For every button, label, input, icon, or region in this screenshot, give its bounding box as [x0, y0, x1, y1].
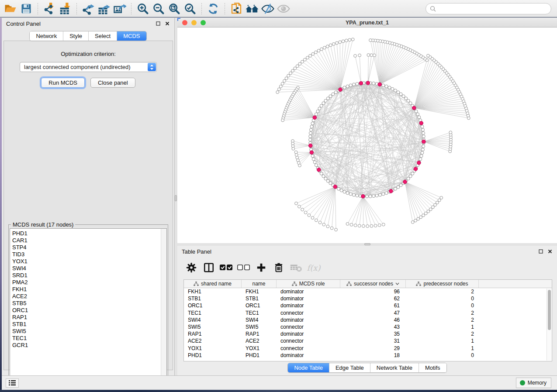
table-row-STB1[interactable]: STB1STB1dominator620	[184, 295, 552, 302]
import-table-icon[interactable]	[58, 1, 73, 16]
table-row-SWI4[interactable]: SWI4SWI4dominator462	[184, 316, 552, 323]
cell-name: ORC1	[242, 303, 277, 309]
tab-mcds[interactable]: MCDS	[117, 31, 146, 41]
table-row-ORC1[interactable]: ORC1ORC1dominator610	[184, 302, 552, 309]
minimize-window-icon[interactable]	[191, 20, 197, 25]
status-menu-button[interactable]	[6, 378, 19, 388]
mcds-result-item[interactable]: TID3	[12, 251, 166, 258]
column-header-predecessors[interactable]: predecessor nodes	[406, 280, 479, 288]
zoom-out-icon[interactable]	[151, 1, 166, 16]
mcds-result-item[interactable]: STB5	[12, 300, 166, 307]
table-tab-edge-table[interactable]: Edge Table	[329, 363, 370, 372]
mcds-result-item[interactable]: STP4	[12, 244, 166, 251]
delete-column-icon[interactable]	[271, 260, 287, 275]
split-view-icon[interactable]	[201, 260, 217, 275]
close-table-panel-icon[interactable]	[547, 249, 553, 254]
table-header-row: shared namenameMCDS rolesuccessor nodesp…	[184, 280, 552, 288]
column-header-shared_name[interactable]: shared name	[184, 280, 242, 288]
mcds-result-item[interactable]: SWI4	[12, 265, 166, 272]
cell-role: dominator	[277, 331, 340, 337]
zoom-in-icon[interactable]	[135, 1, 150, 16]
settings-gear-icon[interactable]	[183, 260, 199, 275]
mcds-result-item[interactable]: SWI5	[12, 328, 166, 335]
add-column-icon[interactable]	[253, 260, 269, 275]
table-tab-node-table[interactable]: Node Table	[288, 363, 329, 372]
table-scrollbar[interactable]	[547, 289, 551, 361]
memory-button[interactable]: Memory	[516, 378, 551, 388]
column-header-name[interactable]: name	[242, 280, 277, 288]
refresh-layout-icon[interactable]	[206, 1, 221, 16]
close-panel-button[interactable]: Close panel	[90, 78, 135, 88]
open-folder-icon[interactable]	[3, 1, 18, 16]
clear-selection-checkboxes-icon[interactable]	[236, 260, 252, 275]
table-row-RAP1[interactable]: RAP1RAP1dominator352	[184, 330, 552, 337]
eye-slash-icon[interactable]	[260, 1, 275, 16]
vertical-splitter-grip[interactable]	[175, 195, 177, 201]
network-document-icon[interactable]	[229, 1, 244, 16]
run-mcds-button[interactable]: Run MCDS	[41, 78, 85, 88]
cell-name: YOX1	[242, 345, 277, 351]
close-panel-icon[interactable]	[165, 21, 170, 26]
zoom-selected-icon[interactable]	[183, 1, 197, 16]
optimization-criterion-select[interactable]: largest connected component (undirected)	[20, 62, 157, 72]
mcds-result-item[interactable]: YOX1	[12, 258, 166, 265]
float-panel-icon[interactable]	[156, 21, 161, 26]
mcds-result-item[interactable]: PHD1	[12, 230, 166, 237]
table-tab-motifs[interactable]: Motifs	[419, 363, 446, 372]
tab-network[interactable]: Network	[30, 31, 63, 41]
export-image-icon[interactable]	[112, 1, 127, 16]
import-network-icon[interactable]	[42, 1, 57, 16]
table-row-SWI5[interactable]: SWI5SWI5connector431	[184, 323, 552, 330]
tab-style[interactable]: Style	[63, 31, 88, 41]
mcds-result-item[interactable]: FKH1	[12, 286, 166, 293]
close-window-icon[interactable]	[182, 20, 187, 25]
table-panel-titlebar: Table Panel	[177, 246, 557, 257]
table-tab-network-table[interactable]: Network Table	[370, 363, 419, 372]
mcds-result-list[interactable]: PHD1CAR1STP4TID3YOX1SWI4SRD1PMA2FKH1ACE2…	[10, 228, 167, 382]
select-all-checkboxes-icon[interactable]	[218, 260, 234, 275]
export-network-icon[interactable]	[81, 1, 96, 16]
tab-select[interactable]: Select	[88, 31, 117, 41]
mcds-result-item[interactable]: GCR1	[12, 342, 166, 349]
cell-role: dominator	[277, 303, 340, 309]
network-view-window: YPA_prune.txt_1	[177, 18, 557, 243]
zoom-fit-icon[interactable]	[167, 1, 182, 16]
mcds-result-item[interactable]: CAR1	[12, 237, 166, 244]
cell-name: SWI5	[242, 324, 277, 330]
column-header-successors[interactable]: successor nodes	[340, 280, 406, 288]
table-row-YOX1[interactable]: YOX1YOX1connector291	[184, 345, 552, 352]
column-header-role[interactable]: MCDS role	[277, 280, 340, 288]
mcds-result-item[interactable]: ORC1	[12, 307, 166, 314]
cell-successors: 47	[340, 310, 406, 316]
graph-ring-nodes[interactable]	[276, 38, 470, 231]
save-session-icon[interactable]	[19, 1, 34, 16]
table-row-PHD1[interactable]: PHD1PHD1dominator180	[184, 352, 552, 359]
cell-name: ACE2	[242, 338, 277, 344]
mcds-result-item[interactable]: STB1	[12, 321, 166, 328]
table-row-TEC1[interactable]: TEC1TEC1connector472	[184, 309, 552, 316]
cell-name: RAP1	[242, 331, 277, 337]
mcds-result-item[interactable]: TEC1	[12, 335, 166, 342]
mcds-list-scrollbar[interactable]	[161, 229, 166, 381]
mcds-result-item[interactable]: RAP1	[12, 314, 166, 321]
network-window-titlebar[interactable]: YPA_prune.txt_1	[177, 18, 557, 28]
mcds-result-item[interactable]: SRD1	[12, 272, 166, 279]
export-table-icon[interactable]	[97, 1, 111, 16]
search-input[interactable]	[438, 6, 547, 12]
maximize-window-icon[interactable]	[201, 20, 206, 25]
table-scrollbar-thumb[interactable]	[548, 290, 551, 330]
mcds-result-fieldset: MCDS result (17 nodes) PHD1CAR1STP4TID3Y…	[8, 224, 168, 383]
float-table-panel-icon[interactable]	[538, 249, 543, 254]
homes-icon[interactable]	[245, 1, 259, 16]
cell-role: dominator	[277, 296, 340, 302]
network-canvas[interactable]	[177, 28, 557, 243]
cell-predecessors: 2	[406, 289, 479, 295]
table-row-ACE2[interactable]: ACE2ACE2connector311	[184, 337, 552, 344]
cell-role: connector	[277, 338, 340, 344]
mcds-result-item[interactable]: PMA2	[12, 279, 166, 286]
cell-role: connector	[277, 310, 340, 316]
table-row-FKH1[interactable]: FKH1FKH1dominator962	[184, 288, 552, 295]
network-window-title: YPA_prune.txt_1	[346, 20, 389, 26]
horizontal-splitter-grip[interactable]	[364, 243, 370, 245]
mcds-result-item[interactable]: ACE2	[12, 293, 166, 300]
